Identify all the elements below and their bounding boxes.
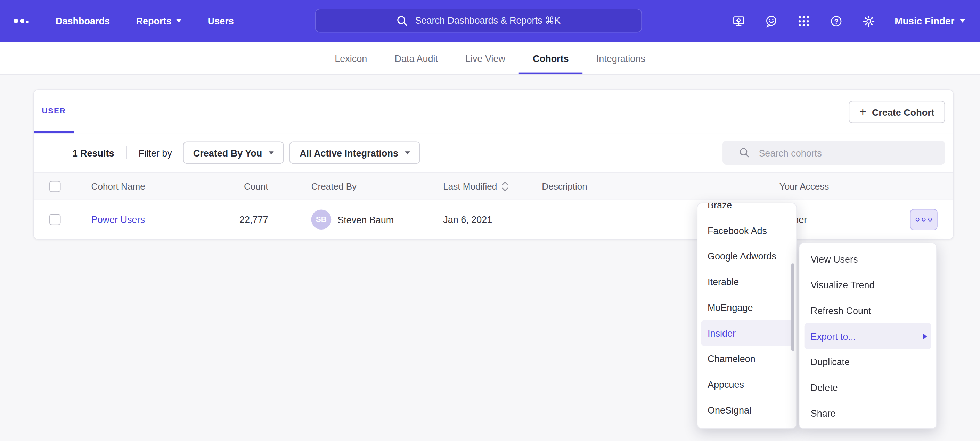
header-count: Count <box>190 181 268 191</box>
created-by-filter-dropdown[interactable]: Created By You <box>183 141 284 164</box>
integrations-filter-dropdown[interactable]: All Active Integrations <box>290 141 420 164</box>
tab-live-view[interactable]: Live View <box>452 42 519 74</box>
submenu-item-onesignal[interactable]: OneSignal <box>701 397 793 423</box>
header-last-modified[interactable]: Last Modified <box>443 181 508 191</box>
submenu-item-appcues[interactable]: Appcues <box>701 371 793 397</box>
row-checkbox[interactable] <box>49 214 60 225</box>
help-icon[interactable]: ? <box>829 14 843 28</box>
plus-icon: + <box>859 105 866 117</box>
nav-dashboards-label: Dashboards <box>56 16 110 26</box>
select-all-checkbox[interactable] <box>49 181 60 192</box>
nav-dashboards[interactable]: Dashboards <box>56 16 110 26</box>
user-type-tab[interactable]: USER <box>34 90 74 133</box>
integrations-filter-value: All Active Integrations <box>299 147 398 158</box>
menu-item-view-users[interactable]: View Users <box>805 246 931 272</box>
created-by-filter-value: Created By You <box>193 147 262 158</box>
dot-icon <box>916 218 920 222</box>
dot-icon <box>922 218 926 222</box>
row-actions <box>910 209 938 230</box>
submenu-arrow-icon <box>923 333 927 339</box>
menu-item-refresh-count[interactable]: Refresh Count <box>805 298 931 323</box>
tab-integrations[interactable]: Integrations <box>582 42 659 74</box>
cohort-name-link[interactable]: Power Users <box>91 214 145 225</box>
chevron-down-icon <box>405 151 410 154</box>
section-tabbar: Lexicon Data Audit Live View Cohorts Int… <box>0 42 980 75</box>
account-name: Music Finder <box>894 15 954 26</box>
menu-item-export-to[interactable]: Export to... <box>805 323 931 349</box>
submenu-item-chameleon[interactable]: Chameleon <box>701 346 793 372</box>
toolbar-divider <box>126 146 127 159</box>
global-search[interactable]: Search Dashboards & Reports ⌘K <box>315 9 642 32</box>
chevron-down-icon <box>177 19 181 22</box>
row-actions-menu: View Users Visualize Trend Refresh Count… <box>799 243 937 429</box>
tab-lexicon[interactable]: Lexicon <box>321 42 381 74</box>
submenu-item-moengage[interactable]: MoEngage <box>701 295 793 320</box>
create-cohort-button[interactable]: + Create Cohort <box>849 101 945 123</box>
nav-users-label: Users <box>208 16 234 26</box>
menu-item-visualize-trend[interactable]: Visualize Trend <box>805 272 931 298</box>
header-description: Description <box>542 181 587 191</box>
card-header: USER + Create Cohort <box>34 90 953 133</box>
tab-data-audit[interactable]: Data Audit <box>381 42 452 74</box>
menu-item-duplicate[interactable]: Duplicate <box>805 349 931 375</box>
navbar-menu: Dashboards Reports Users <box>56 16 234 26</box>
export-to-submenu: Braze Facebook Ads Google Adwords Iterab… <box>697 203 797 429</box>
menu-item-export-to-label: Export to... <box>811 331 856 342</box>
export-to-list: Braze Facebook Ads Google Adwords Iterab… <box>697 203 796 423</box>
nav-reports-label: Reports <box>136 16 172 26</box>
menu-item-delete[interactable]: Delete <box>805 375 931 400</box>
cohort-search <box>722 141 945 165</box>
header-last-modified-label: Last Modified <box>443 181 497 191</box>
app-window: Dashboards Reports Users Search Dashboar… <box>0 0 980 441</box>
submenu-item-iterable[interactable]: Iterable <box>701 269 793 295</box>
filters-toolbar: 1 Results Filter by Created By You All A… <box>34 133 953 172</box>
filter-by-label: Filter by <box>138 147 172 158</box>
navbar-right: ? Music Finder <box>732 0 980 42</box>
create-cohort-label: Create Cohort <box>872 107 934 118</box>
chevron-down-icon <box>269 151 274 154</box>
top-navbar: Dashboards Reports Users Search Dashboar… <box>0 0 980 42</box>
account-menu[interactable]: Music Finder <box>894 15 965 26</box>
search-icon <box>396 14 408 26</box>
submenu-item-insider[interactable]: Insider <box>701 320 793 346</box>
data-management-icon[interactable] <box>732 14 746 28</box>
submenu-item-facebook-ads[interactable]: Facebook Ads <box>701 218 793 243</box>
submenu-scrollbar[interactable] <box>791 263 794 351</box>
table-row: Power Users 22,777 SB Steven Baum Jan 6,… <box>34 200 953 239</box>
header-created-by: Created By <box>311 181 356 191</box>
settings-gear-icon[interactable] <box>862 14 876 28</box>
avatar: SB <box>311 209 331 230</box>
created-by-cell: SB Steven Baum <box>311 209 394 230</box>
dot-icon <box>928 218 932 222</box>
sort-icon <box>502 181 508 191</box>
svg-text:?: ? <box>834 18 838 25</box>
header-your-access: Your Access <box>780 181 829 191</box>
mixpanel-logo-icon[interactable] <box>14 19 29 23</box>
results-count: 1 Results <box>73 147 115 158</box>
more-actions-button[interactable] <box>910 209 938 230</box>
global-search-placeholder: Search Dashboards & Reports ⌘K <box>415 15 560 26</box>
created-by-name: Steven Baum <box>337 214 394 225</box>
tab-cohorts[interactable]: Cohorts <box>519 42 583 74</box>
nav-reports[interactable]: Reports <box>136 16 182 26</box>
last-modified-cell: Jan 6, 2021 <box>443 214 492 225</box>
header-cohort-name: Cohort Name <box>91 181 145 191</box>
navbar-left: Dashboards Reports Users <box>0 16 234 26</box>
feedback-icon[interactable] <box>765 14 778 28</box>
nav-users[interactable]: Users <box>208 16 234 26</box>
cohort-count: 22,777 <box>190 214 268 225</box>
submenu-item-braze[interactable]: Braze <box>701 203 793 218</box>
menu-item-share[interactable]: Share <box>805 400 931 426</box>
chevron-down-icon <box>960 19 965 22</box>
cohort-search-input[interactable] <box>722 141 945 165</box>
apps-grid-icon[interactable] <box>797 14 811 28</box>
cohorts-card: USER + Create Cohort 1 Results Filter by… <box>33 89 954 240</box>
submenu-item-google-adwords[interactable]: Google Adwords <box>701 243 793 269</box>
table-header-row: Cohort Name Count Created By Last Modifi… <box>34 172 953 200</box>
